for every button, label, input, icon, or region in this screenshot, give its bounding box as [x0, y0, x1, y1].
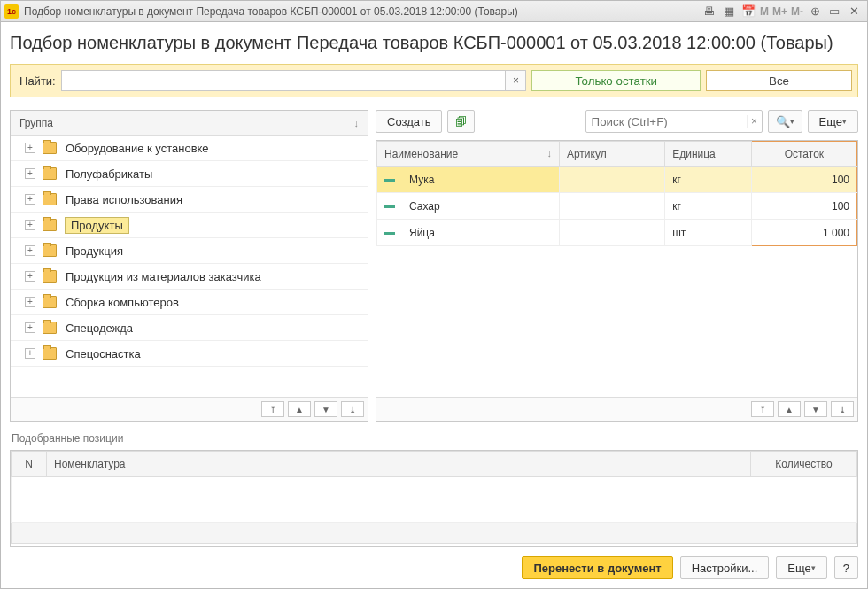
table-row[interactable]: Яйцашт1 000 [377, 220, 857, 246]
grid-search-input[interactable] [586, 112, 747, 131]
tree-item-label: Продукты [66, 218, 128, 233]
tree-item-label: Продукция [66, 244, 123, 258]
item-marker-icon [384, 232, 395, 235]
tree-item[interactable]: +Спецоснастка [11, 341, 368, 367]
item-marker-icon [384, 179, 395, 182]
tree-item-label: Продукция из материалов заказчика [66, 270, 261, 283]
folder-icon [43, 270, 57, 283]
memory-mplus-button[interactable]: M+ [771, 4, 789, 19]
app-icon: 1c [4, 4, 19, 19]
picked-col-nomenclature[interactable]: Номенклатура [47, 452, 751, 477]
tree-item-label: Права использования [66, 193, 182, 206]
find-label: Найти: [16, 74, 56, 88]
expand-icon[interactable]: + [25, 194, 35, 205]
items-panel: Наименование ↓ Артикул Единица Остаток М… [376, 140, 858, 422]
col-unit[interactable]: Единица [665, 142, 752, 167]
cell-name: Мука [377, 167, 560, 193]
tree-item-label: Спецодежда [66, 322, 133, 335]
help-button[interactable]: ? [834, 556, 858, 579]
only-balance-button[interactable]: Только остатки [531, 70, 701, 91]
page-title: Подбор номенклатуры в документ Передача … [10, 33, 858, 53]
col-name[interactable]: Наименование ↓ [377, 142, 560, 167]
magnifier-icon: 🔍 [776, 115, 790, 128]
tree-item[interactable]: +Продукция [11, 238, 368, 264]
tree-item-label: Сборка компьютеров [66, 296, 179, 309]
calendar-icon[interactable]: 📅 [739, 4, 758, 19]
expand-icon[interactable]: + [25, 271, 35, 282]
expand-icon[interactable]: + [25, 297, 35, 307]
memory-mminus-button[interactable]: M- [789, 4, 805, 19]
zoom-icon[interactable]: ⊕ [805, 4, 825, 19]
item-marker-icon [384, 205, 395, 208]
find-clear-button[interactable]: × [505, 70, 526, 91]
group-header[interactable]: Группа ↓ [11, 111, 368, 136]
tree-item[interactable]: +Продукция из материалов заказчика [11, 264, 368, 290]
grid-search-clear-button[interactable]: × [747, 115, 762, 128]
cell-balance: 100 [751, 167, 856, 193]
items-grid: Наименование ↓ Артикул Единица Остаток М… [376, 141, 857, 246]
right-toolbar: Создать 🗐 × 🔍 Еще [376, 110, 858, 140]
minimize-icon[interactable]: ▭ [825, 4, 844, 19]
group-tree: +Оборудование к установке+Полуфабрикаты+… [11, 136, 368, 397]
col-balance[interactable]: Остаток [751, 142, 856, 167]
expand-icon[interactable]: + [25, 143, 35, 153]
settings-button[interactable]: Настройки... [680, 556, 770, 579]
expand-icon[interactable]: + [25, 168, 35, 179]
nav-bottom-icon[interactable]: ⤓ [341, 401, 364, 417]
transfer-button[interactable]: Перенести в документ [522, 556, 672, 579]
tree-item[interactable]: +Оборудование к установке [11, 136, 368, 161]
calculator-icon[interactable]: ▦ [719, 4, 739, 19]
nav-up-icon[interactable]: ▲ [288, 401, 311, 417]
expand-icon[interactable]: + [25, 322, 35, 333]
items-panel-footer: ⤒ ▲ ▼ ⤓ [376, 397, 857, 421]
close-icon[interactable]: ✕ [844, 4, 864, 19]
expand-icon[interactable]: + [25, 245, 35, 256]
group-header-label: Группа [19, 117, 53, 129]
group-sort-indicator-icon: ↓ [354, 118, 360, 128]
group-panel: Группа ↓ +Оборудование к установке+Полуф… [10, 110, 368, 422]
table-row[interactable]: Мукакг100 [377, 167, 857, 193]
col-article[interactable]: Артикул [559, 142, 664, 167]
picked-grid: N Номенклатура Количество [11, 451, 857, 544]
print-icon[interactable]: 🖶 [700, 4, 719, 19]
footer-more-button[interactable]: Еще [776, 556, 826, 579]
nav-top-icon[interactable]: ⤒ [261, 401, 284, 417]
cell-unit: шт [665, 220, 752, 246]
tree-item[interactable]: +Полуфабрикаты [11, 161, 368, 187]
folder-icon [43, 219, 57, 231]
picked-col-n[interactable]: N [12, 452, 47, 477]
items-nav-top-icon[interactable]: ⤒ [751, 401, 774, 417]
cell-name: Яйца [377, 220, 560, 246]
expand-icon[interactable]: + [25, 220, 35, 230]
create-button[interactable]: Создать [376, 110, 442, 133]
tree-item[interactable]: +Спецодежда [11, 315, 368, 341]
search-dropdown-button[interactable]: 🔍 [768, 110, 802, 133]
cell-article [559, 193, 664, 220]
expand-icon[interactable]: + [25, 348, 35, 359]
tree-item-label: Спецоснастка [66, 347, 141, 360]
all-button[interactable]: Все [706, 70, 852, 91]
table-row[interactable]: Сахаркг100 [377, 193, 857, 220]
tree-item[interactable]: +Продукты [11, 213, 368, 238]
tree-item-label: Полуфабрикаты [66, 167, 152, 181]
window-title: Подбор номенклатуры в документ Передача … [24, 5, 700, 18]
col-name-label: Наименование [384, 148, 458, 160]
picked-col-qty[interactable]: Количество [751, 452, 857, 477]
find-input[interactable] [61, 70, 506, 91]
tree-item[interactable]: +Права использования [11, 187, 368, 213]
folder-icon [43, 167, 57, 180]
cell-balance: 1 000 [751, 220, 856, 246]
items-nav-down-icon[interactable]: ▼ [804, 401, 827, 417]
items-nav-up-icon[interactable]: ▲ [778, 401, 801, 417]
items-nav-bottom-icon[interactable]: ⤓ [831, 401, 854, 417]
cell-unit: кг [665, 167, 752, 193]
folder-icon [43, 142, 57, 154]
more-button[interactable]: Еще [808, 110, 858, 133]
memory-m-button[interactable]: M [758, 4, 771, 19]
nav-down-icon[interactable]: ▼ [314, 401, 337, 417]
tree-item[interactable]: +Сборка компьютеров [11, 290, 368, 315]
cell-unit: кг [665, 193, 752, 220]
find-bar: Найти: × Только остатки Все [10, 64, 858, 97]
folder-icon [43, 347, 57, 360]
create-copy-button[interactable]: 🗐 [447, 110, 475, 133]
